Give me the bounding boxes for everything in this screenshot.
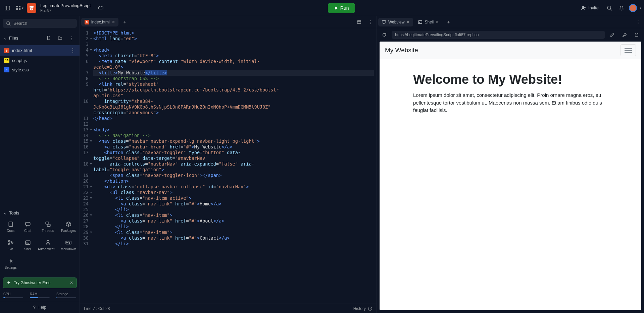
open-external-icon[interactable] — [632, 30, 641, 40]
svg-rect-14 — [47, 224, 50, 227]
close-icon[interactable]: ✕ — [112, 20, 115, 24]
code-editor[interactable]: 12▼34▼5678910111213▼1415▼161718▼192021▼2… — [80, 28, 377, 304]
svg-point-19 — [47, 240, 49, 243]
svg-line-8 — [610, 9, 612, 10]
new-file-icon[interactable] — [44, 33, 53, 43]
tool-markdown[interactable]: Markdown — [60, 237, 77, 254]
history-button[interactable]: History — [353, 306, 373, 311]
close-icon[interactable]: ✕ — [406, 20, 410, 24]
more-icon[interactable]: ⋮ — [67, 33, 76, 43]
url-field[interactable]: https://LegitimatePrevailingScript.flafi… — [392, 31, 605, 39]
files-section-header[interactable]: ⌄ Files ⋮ — [0, 30, 80, 45]
avatar[interactable] — [629, 4, 637, 12]
tool-shell[interactable]: Shell — [20, 237, 36, 254]
more-icon[interactable]: ⋮ — [366, 17, 375, 27]
js-file-icon: JS — [4, 58, 9, 63]
monitor-icon — [382, 20, 386, 24]
svg-point-6 — [582, 6, 584, 8]
line-gutter: 12▼34▼5678910111213▼1415▼161718▼192021▼2… — [80, 28, 91, 304]
sidebar-toggle-icon[interactable] — [3, 3, 12, 13]
cpu-meter: CPU — [3, 292, 23, 298]
wrench-icon[interactable] — [620, 30, 629, 40]
svg-point-7 — [607, 6, 611, 9]
svg-rect-0 — [5, 6, 10, 10]
webview-tab[interactable]: Webview ✕ — [378, 18, 413, 26]
code-body[interactable]: <!DOCTYPE html><html lang="en"> <head> <… — [91, 28, 377, 304]
tool-docs[interactable]: Docs — [3, 218, 18, 235]
search-icon[interactable] — [605, 3, 614, 13]
more-icon[interactable]: ⋮ — [633, 17, 643, 27]
editor-pane: 5 index.html ✕ ＋ ⋮ 12▼34▼5678910111213▼1… — [80, 16, 377, 313]
history-icon — [368, 306, 373, 311]
file-item[interactable]: JS script.js — [0, 56, 80, 65]
chevron-down-icon[interactable]: ▾ — [640, 6, 641, 10]
page-body: Lorem ipsum dolor sit amet, consectetur … — [413, 91, 608, 114]
svg-rect-13 — [46, 222, 49, 224]
navbar-brand[interactable]: My Website — [385, 47, 418, 54]
sparkle-icon — [6, 280, 11, 285]
tools-grid: Docs Chat Threads Packages Git Shell Aut… — [0, 218, 80, 275]
files-label: Files — [9, 36, 18, 41]
close-icon[interactable]: ✕ — [436, 20, 439, 24]
editor-tab[interactable]: 5 index.html ✕ — [81, 18, 118, 26]
tool-chat[interactable]: Chat — [20, 218, 36, 235]
file-item[interactable]: 5 index.html ⋮ — [0, 45, 80, 56]
add-tab-button[interactable]: ＋ — [120, 18, 130, 26]
hamburger-icon — [625, 50, 632, 51]
shell-icon — [418, 20, 423, 24]
pencil-icon[interactable] — [608, 30, 617, 40]
tools-label: Tools — [9, 210, 19, 215]
close-icon[interactable]: ✕ — [70, 280, 73, 285]
new-folder-icon[interactable] — [55, 33, 65, 43]
tool-auth[interactable]: Authenticati... — [37, 237, 59, 254]
ghostwriter-banner[interactable]: Try Ghostwriter Free ✕ — [3, 277, 77, 288]
cloud-sync-icon[interactable] — [96, 3, 105, 13]
navbar-toggler[interactable] — [621, 44, 636, 56]
invite-label: Invite — [588, 5, 599, 10]
tool-git[interactable]: Git — [3, 237, 18, 254]
svg-rect-12 — [26, 222, 30, 225]
file-more-icon[interactable]: ⋮ — [70, 47, 76, 54]
ram-meter: RAM — [30, 292, 50, 298]
help-button[interactable]: ? Help — [0, 301, 80, 313]
shell-tab[interactable]: Shell ✕ — [414, 18, 442, 26]
cursor-position: Line 7 : Col 28 — [84, 306, 110, 311]
project-info[interactable]: LegitimatePrevailingScript Flafi87 — [40, 3, 91, 13]
svg-point-9 — [7, 21, 10, 24]
chevron-down-icon: ⌄ — [3, 210, 7, 215]
editor-status-bar: Line 7 : Col 28 History — [80, 304, 377, 313]
project-type-icon — [27, 3, 36, 13]
svg-rect-26 — [418, 20, 422, 23]
rendered-content: Welcome to My Website! Lorem ipsum dolor… — [380, 59, 641, 128]
html-file-icon: 5 — [4, 48, 9, 53]
preview-pane: Webview ✕ Shell ✕ ＋ ⋮ https://Legitimate… — [377, 16, 644, 313]
invite-button[interactable]: Invite — [578, 4, 602, 12]
add-tab-button[interactable]: ＋ — [444, 18, 453, 26]
preview-viewport: My Website Welcome to My Website! Lorem … — [380, 42, 641, 310]
tool-settings[interactable]: Settings — [3, 255, 18, 272]
sidebar: Search ⌄ Files ⋮ 5 index.html ⋮ — [0, 16, 80, 313]
run-button[interactable]: Run — [328, 3, 355, 13]
url-bar: https://LegitimatePrevailingScript.flafi… — [377, 28, 644, 42]
svg-rect-25 — [382, 20, 386, 23]
file-item[interactable]: # style.css — [0, 65, 80, 74]
tool-threads[interactable]: Threads — [37, 218, 59, 235]
storage-meter: Storage — [56, 292, 76, 298]
layout-icon[interactable] — [354, 17, 364, 27]
svg-point-15 — [8, 240, 10, 242]
notifications-icon[interactable] — [617, 3, 626, 13]
chevron-down-icon: ⌄ — [3, 36, 7, 41]
svg-point-16 — [8, 243, 10, 245]
reload-icon[interactable] — [380, 30, 389, 40]
tab-label: index.html — [91, 20, 110, 24]
tools-section-header[interactable]: ⌄ Tools — [0, 208, 80, 218]
app-menu-icon[interactable]: ▾ — [15, 3, 24, 13]
help-icon: ? — [33, 305, 36, 310]
search-input[interactable]: Search — [3, 19, 77, 28]
ghostwriter-label: Try Ghostwriter Free — [14, 280, 51, 285]
tool-packages[interactable]: Packages — [60, 218, 77, 235]
preview-tab-bar: Webview ✕ Shell ✕ ＋ ⋮ — [377, 16, 644, 28]
file-name: script.js — [12, 58, 27, 63]
html-file-icon: 5 — [85, 20, 89, 24]
svg-rect-2 — [16, 6, 18, 7]
